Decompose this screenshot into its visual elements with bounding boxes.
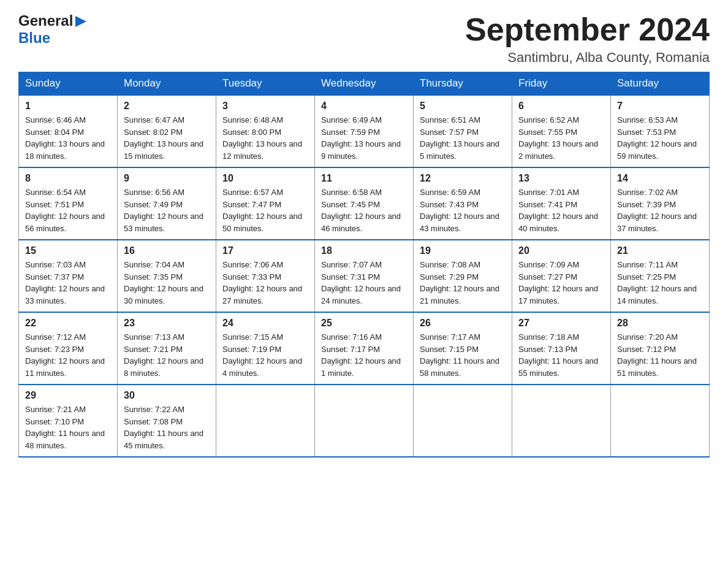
day-number: 15 [25, 245, 111, 256]
calendar-week-row: 22Sunrise: 7:12 AMSunset: 7:23 PMDayligh… [19, 312, 710, 385]
calendar-cell [216, 385, 315, 457]
logo-blue-text: Blue [18, 29, 50, 47]
day-info: Sunrise: 7:02 AMSunset: 7:39 PMDaylight:… [617, 186, 703, 234]
day-number: 22 [25, 318, 111, 329]
calendar-week-row: 1Sunrise: 6:46 AMSunset: 8:04 PMDaylight… [19, 95, 710, 167]
day-info: Sunrise: 7:08 AMSunset: 7:29 PMDaylight:… [420, 259, 506, 307]
month-title: September 2024 [465, 12, 710, 47]
day-info: Sunrise: 7:20 AMSunset: 7:12 PMDaylight:… [617, 331, 703, 379]
day-info: Sunrise: 6:52 AMSunset: 7:55 PMDaylight:… [518, 114, 604, 162]
day-number: 5 [420, 101, 506, 112]
weekday-header-wednesday: Wednesday [315, 72, 414, 96]
logo-triangle-icon [74, 15, 88, 28]
calendar-cell [611, 385, 710, 457]
day-number: 29 [25, 390, 111, 401]
calendar-cell: 14Sunrise: 7:02 AMSunset: 7:39 PMDayligh… [611, 167, 710, 240]
day-number: 16 [124, 245, 210, 256]
day-info: Sunrise: 7:17 AMSunset: 7:15 PMDaylight:… [420, 331, 506, 379]
calendar-cell: 15Sunrise: 7:03 AMSunset: 7:37 PMDayligh… [19, 240, 118, 312]
day-info: Sunrise: 6:49 AMSunset: 7:59 PMDaylight:… [321, 114, 407, 162]
day-number: 10 [222, 173, 308, 184]
calendar-cell: 13Sunrise: 7:01 AMSunset: 7:41 PMDayligh… [512, 167, 611, 240]
weekday-header-saturday: Saturday [611, 72, 710, 96]
calendar-week-row: 15Sunrise: 7:03 AMSunset: 7:37 PMDayligh… [19, 240, 710, 312]
day-info: Sunrise: 7:13 AMSunset: 7:21 PMDaylight:… [124, 331, 210, 379]
day-number: 2 [124, 101, 210, 112]
day-number: 13 [518, 173, 604, 184]
day-number: 18 [321, 245, 407, 256]
day-info: Sunrise: 6:53 AMSunset: 7:53 PMDaylight:… [617, 114, 703, 162]
day-number: 9 [124, 173, 210, 184]
calendar-cell: 3Sunrise: 6:48 AMSunset: 8:00 PMDaylight… [216, 95, 315, 167]
day-number: 8 [25, 173, 111, 184]
day-number: 23 [124, 318, 210, 329]
calendar-cell: 19Sunrise: 7:08 AMSunset: 7:29 PMDayligh… [414, 240, 512, 312]
location-title: Santimbru, Alba County, Romania [465, 50, 710, 66]
weekday-header-friday: Friday [512, 72, 611, 96]
weekday-header-monday: Monday [118, 72, 216, 96]
day-info: Sunrise: 7:12 AMSunset: 7:23 PMDaylight:… [25, 331, 111, 379]
page-header: General Blue September 2024 Santimbru, A… [18, 12, 710, 66]
day-number: 30 [124, 390, 210, 401]
day-info: Sunrise: 6:48 AMSunset: 8:00 PMDaylight:… [222, 114, 308, 162]
calendar-cell: 10Sunrise: 6:57 AMSunset: 7:47 PMDayligh… [216, 167, 315, 240]
day-number: 11 [321, 173, 407, 184]
weekday-header-row: SundayMondayTuesdayWednesdayThursdayFrid… [19, 72, 710, 96]
calendar-cell: 8Sunrise: 6:54 AMSunset: 7:51 PMDaylight… [19, 167, 118, 240]
day-number: 25 [321, 318, 407, 329]
day-info: Sunrise: 7:16 AMSunset: 7:17 PMDaylight:… [321, 331, 407, 379]
calendar-cell: 5Sunrise: 6:51 AMSunset: 7:57 PMDaylight… [414, 95, 512, 167]
day-info: Sunrise: 7:03 AMSunset: 7:37 PMDaylight:… [25, 259, 111, 307]
day-info: Sunrise: 7:01 AMSunset: 7:41 PMDaylight:… [518, 186, 604, 234]
day-number: 6 [518, 101, 604, 112]
day-info: Sunrise: 6:54 AMSunset: 7:51 PMDaylight:… [25, 186, 111, 234]
calendar-cell: 11Sunrise: 6:58 AMSunset: 7:45 PMDayligh… [315, 167, 414, 240]
calendar-cell: 2Sunrise: 6:47 AMSunset: 8:02 PMDaylight… [118, 95, 216, 167]
calendar-cell: 1Sunrise: 6:46 AMSunset: 8:04 PMDaylight… [19, 95, 118, 167]
calendar-week-row: 8Sunrise: 6:54 AMSunset: 7:51 PMDaylight… [19, 167, 710, 240]
calendar-cell: 24Sunrise: 7:15 AMSunset: 7:19 PMDayligh… [216, 312, 315, 385]
calendar-cell: 4Sunrise: 6:49 AMSunset: 7:59 PMDaylight… [315, 95, 414, 167]
day-number: 14 [617, 173, 703, 184]
calendar-cell: 25Sunrise: 7:16 AMSunset: 7:17 PMDayligh… [315, 312, 414, 385]
day-info: Sunrise: 7:04 AMSunset: 7:35 PMDaylight:… [124, 259, 210, 307]
calendar-cell: 27Sunrise: 7:18 AMSunset: 7:13 PMDayligh… [512, 312, 611, 385]
day-info: Sunrise: 7:06 AMSunset: 7:33 PMDaylight:… [222, 259, 308, 307]
day-info: Sunrise: 7:11 AMSunset: 7:25 PMDaylight:… [617, 259, 703, 307]
calendar-cell: 28Sunrise: 7:20 AMSunset: 7:12 PMDayligh… [611, 312, 710, 385]
day-info: Sunrise: 7:09 AMSunset: 7:27 PMDaylight:… [518, 259, 604, 307]
calendar-cell: 6Sunrise: 6:52 AMSunset: 7:55 PMDaylight… [512, 95, 611, 167]
calendar-cell [315, 385, 414, 457]
calendar-cell: 20Sunrise: 7:09 AMSunset: 7:27 PMDayligh… [512, 240, 611, 312]
day-info: Sunrise: 6:59 AMSunset: 7:43 PMDaylight:… [420, 186, 506, 234]
calendar-cell: 22Sunrise: 7:12 AMSunset: 7:23 PMDayligh… [19, 312, 118, 385]
logo: General Blue [18, 12, 88, 47]
day-info: Sunrise: 6:51 AMSunset: 7:57 PMDaylight:… [420, 114, 506, 162]
day-number: 24 [222, 318, 308, 329]
day-number: 17 [222, 245, 308, 256]
weekday-header-tuesday: Tuesday [216, 72, 315, 96]
day-number: 1 [25, 101, 111, 112]
day-info: Sunrise: 6:57 AMSunset: 7:47 PMDaylight:… [222, 186, 308, 234]
calendar-cell: 21Sunrise: 7:11 AMSunset: 7:25 PMDayligh… [611, 240, 710, 312]
day-info: Sunrise: 6:46 AMSunset: 8:04 PMDaylight:… [25, 114, 111, 162]
title-area: September 2024 Santimbru, Alba County, R… [465, 12, 710, 66]
day-number: 7 [617, 101, 703, 112]
day-info: Sunrise: 7:15 AMSunset: 7:19 PMDaylight:… [222, 331, 308, 379]
calendar-cell: 29Sunrise: 7:21 AMSunset: 7:10 PMDayligh… [19, 385, 118, 457]
calendar-table: SundayMondayTuesdayWednesdayThursdayFrid… [18, 72, 710, 458]
day-number: 21 [617, 245, 703, 256]
day-info: Sunrise: 6:58 AMSunset: 7:45 PMDaylight:… [321, 186, 407, 234]
day-info: Sunrise: 7:07 AMSunset: 7:31 PMDaylight:… [321, 259, 407, 307]
day-number: 4 [321, 101, 407, 112]
weekday-header-sunday: Sunday [19, 72, 118, 96]
calendar-week-row: 29Sunrise: 7:21 AMSunset: 7:10 PMDayligh… [19, 385, 710, 457]
calendar-cell: 23Sunrise: 7:13 AMSunset: 7:21 PMDayligh… [118, 312, 216, 385]
day-info: Sunrise: 6:47 AMSunset: 8:02 PMDaylight:… [124, 114, 210, 162]
day-info: Sunrise: 7:21 AMSunset: 7:10 PMDaylight:… [25, 404, 111, 451]
calendar-cell: 12Sunrise: 6:59 AMSunset: 7:43 PMDayligh… [414, 167, 512, 240]
calendar-cell [512, 385, 611, 457]
calendar-cell: 9Sunrise: 6:56 AMSunset: 7:49 PMDaylight… [118, 167, 216, 240]
logo-general-text: General [18, 12, 73, 29]
svg-marker-0 [75, 16, 86, 27]
